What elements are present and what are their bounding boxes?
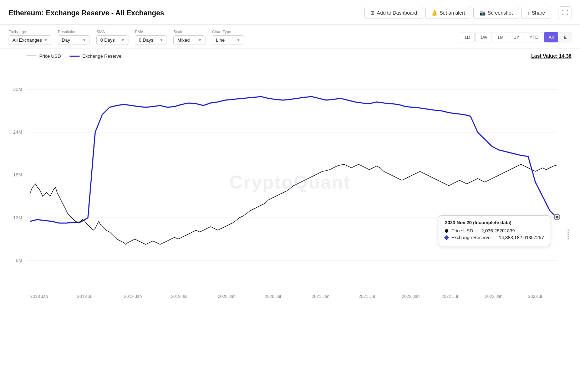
svg-text:2019 Jan: 2019 Jan — [124, 294, 142, 299]
svg-text:2021 Jul: 2021 Jul — [358, 294, 375, 299]
scroll-dot — [568, 229, 569, 231]
controls-bar: Exchange All Exchanges ▼ Resolution Day … — [0, 25, 580, 49]
share-button[interactable]: ↑ Share — [521, 7, 551, 19]
svg-text:2023 Jul: 2023 Jul — [528, 294, 545, 299]
set-alert-button[interactable]: 🔔 Set an alert — [425, 7, 471, 19]
time-btn-edge[interactable]: E — [559, 32, 571, 42]
svg-text:6M: 6M — [16, 258, 22, 263]
scroll-dot — [568, 234, 569, 235]
time-btn-ytd[interactable]: YTD — [525, 32, 543, 42]
svg-text:2020 Jul: 2020 Jul — [265, 294, 281, 299]
header-divider — [555, 9, 555, 17]
svg-text:2018 Jan: 2018 Jan — [30, 294, 48, 299]
page-header: Ethereum: Exchange Reserve - All Exchang… — [0, 0, 580, 25]
svg-text:2019 Jul: 2019 Jul — [171, 294, 187, 299]
legend-price: Price USD — [26, 53, 61, 59]
share-icon: ↑ — [527, 10, 530, 16]
ema-select[interactable]: 0 Days ▼ — [135, 35, 167, 45]
chart-tooltip: 2023 Nov 20 (Incomplete data) Price USD … — [439, 215, 550, 246]
exchange-select[interactable]: All Exchanges ▼ — [9, 35, 51, 45]
fullscreen-button[interactable]: ⛶ — [559, 6, 571, 19]
time-btn-1d[interactable]: 1D — [460, 32, 475, 42]
chart-type-select[interactable]: Line ▼ — [212, 35, 244, 45]
exchange-arrow-icon: ▼ — [44, 38, 47, 42]
legend-items: Price USD Exchange Reserve — [26, 53, 122, 59]
time-btn-all[interactable]: All — [544, 32, 558, 42]
tooltip-price-row: Price USD : 2,036.28201839 — [445, 228, 544, 233]
svg-point-25 — [555, 216, 558, 218]
scroll-dot — [568, 236, 569, 237]
svg-text:18M: 18M — [13, 172, 22, 177]
svg-text:2018 Jul: 2018 Jul — [77, 294, 93, 299]
right-scrollbar[interactable] — [565, 61, 571, 303]
chart-inner[interactable]: CryptoQuant 30M 24M 18M 12M 6M 2018 Jan … — [9, 61, 571, 303]
time-btn-1y[interactable]: 1Y — [509, 32, 524, 42]
svg-text:12M: 12M — [13, 215, 22, 220]
scroll-dot — [568, 238, 569, 239]
scale-control: Scale Mixed ▼ — [173, 30, 205, 45]
time-btn-1w[interactable]: 1W — [475, 32, 492, 42]
scroll-dot — [568, 232, 569, 233]
svg-text:24M: 24M — [13, 129, 22, 135]
fullscreen-icon: ⛶ — [562, 10, 568, 16]
legend-reserve-line — [70, 56, 80, 57]
chart-type-arrow-icon: ▼ — [236, 38, 240, 42]
page-title: Ethereum: Exchange Reserve - All Exchang… — [9, 9, 164, 17]
svg-text:2022 Jan: 2022 Jan — [402, 294, 420, 299]
svg-text:30M: 30M — [13, 87, 22, 92]
add-to-dashboard-button[interactable]: ⊞ Add to Dashboard — [364, 7, 423, 19]
bell-icon: 🔔 — [431, 10, 437, 16]
resolution-select[interactable]: Day ▼ — [58, 35, 90, 45]
time-controls: 1D 1W 1M 1Y YTD All E — [460, 32, 571, 42]
svg-text:2023 Jan: 2023 Jan — [485, 294, 503, 299]
sma-arrow-icon: ▼ — [121, 38, 124, 42]
sma-select[interactable]: 0 Days ▼ — [96, 35, 128, 45]
svg-text:2021 Jan: 2021 Jan — [312, 294, 330, 299]
tooltip-price-icon — [445, 229, 448, 233]
dashboard-icon: ⊞ — [370, 10, 375, 16]
scale-arrow-icon: ▼ — [198, 38, 202, 42]
legend-reserve: Exchange Reserve — [70, 53, 122, 59]
controls-left: Exchange All Exchanges ▼ Resolution Day … — [9, 30, 244, 45]
resolution-control: Resolution Day ▼ — [58, 30, 90, 45]
legend-price-line — [26, 56, 36, 56]
chart-type-control: Chart Type Line ▼ — [212, 30, 244, 45]
ema-arrow-icon: ▼ — [159, 38, 163, 42]
scale-select[interactable]: Mixed ▼ — [173, 35, 205, 45]
last-value: Last Value: 14.38 — [531, 53, 571, 59]
svg-text:2022 Jul: 2022 Jul — [442, 294, 458, 299]
chart-legend: Price USD Exchange Reserve Last Value: 1… — [9, 49, 571, 61]
chart-svg: 30M 24M 18M 12M 6M 2018 Jan 2018 Jul 201… — [9, 61, 571, 303]
resolution-arrow-icon: ▼ — [82, 38, 86, 42]
tooltip-date: 2023 Nov 20 (Incomplete data) — [445, 220, 544, 225]
sma-control: SMA 0 Days ▼ — [96, 30, 128, 45]
screenshot-button[interactable]: 📷 Screenshot — [473, 7, 519, 19]
exchange-control: Exchange All Exchanges ▼ — [9, 30, 51, 45]
tooltip-reserve-row: Exchange Reserve : 14,383,182.61357257 — [445, 235, 544, 240]
svg-text:2020 Jan: 2020 Jan — [218, 294, 236, 299]
tooltip-reserve-icon — [444, 235, 449, 240]
ema-control: EMA 0 Days ▼ — [135, 30, 167, 45]
chart-container: Price USD Exchange Reserve Last Value: 1… — [0, 49, 580, 341]
time-btn-1m[interactable]: 1M — [493, 32, 508, 42]
camera-icon: 📷 — [479, 10, 485, 16]
header-actions: ⊞ Add to Dashboard 🔔 Set an alert 📷 Scre… — [364, 6, 571, 19]
